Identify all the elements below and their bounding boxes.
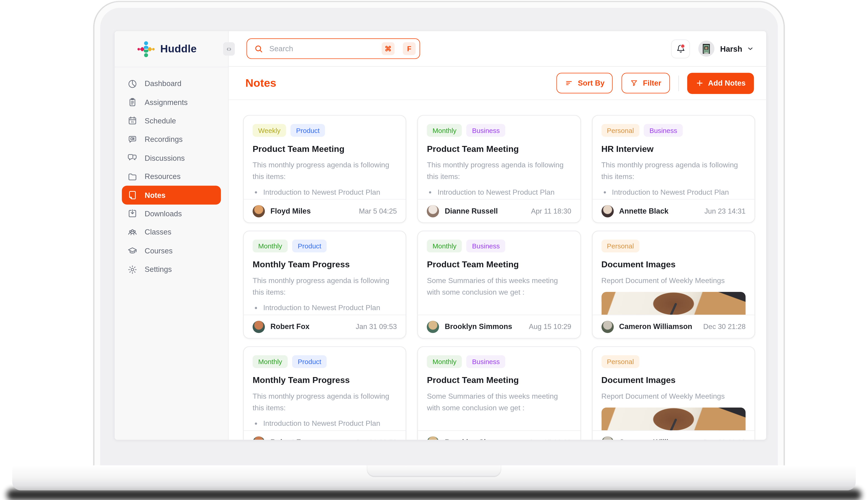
note-tags: PersonalBusiness — [601, 124, 746, 137]
sidebar-item-label: Schedule — [145, 117, 176, 125]
collapse-chevrons-icon — [225, 45, 233, 53]
note-footer: Brooklyn Simmons Aug 15 10:29 — [418, 430, 580, 440]
sidebar-item-settings[interactable]: Settings — [122, 260, 221, 279]
brand-name: Huddle — [160, 43, 197, 55]
note-tags: MonthlyBusiness — [427, 124, 571, 137]
user-avatar[interactable] — [699, 41, 715, 57]
sidebar-item-notes[interactable]: Notes — [122, 186, 221, 204]
sort-by-button[interactable]: Sort By — [557, 73, 613, 93]
note-card[interactable]: MonthlyBusiness Product Team Meeting Som… — [418, 346, 581, 440]
note-card[interactable]: MonthlyProduct Monthly Team Progress Thi… — [243, 231, 406, 339]
actions-divider — [678, 75, 678, 91]
note-title: Product Team Meeting — [427, 144, 571, 154]
sidebar-item-schedule[interactable]: 31 Schedule — [122, 112, 221, 130]
sidebar-item-label: Settings — [145, 265, 172, 274]
note-card[interactable]: MonthlyBusiness Product Team Meeting Som… — [418, 231, 581, 339]
svg-text:31: 31 — [131, 121, 134, 124]
author-avatar — [427, 321, 439, 333]
tag-personal: Personal — [601, 124, 639, 137]
tag-monthly: Monthly — [427, 124, 462, 137]
author-name: Cameron Williamson — [619, 438, 692, 440]
note-tags: MonthlyProduct — [253, 355, 397, 368]
sidebar-item-dashboard[interactable]: Dashboard — [122, 75, 221, 93]
schedule-icon: 31 — [127, 116, 137, 126]
note-tags: Personal — [601, 355, 746, 368]
note-card-body: PersonalBusiness HR Interview This month… — [592, 116, 755, 199]
note-description: Report Document of Weekly Meetings — [601, 275, 746, 286]
author-avatar — [601, 205, 614, 217]
note-card[interactable]: Personal Document Images Report Document… — [592, 231, 755, 339]
user-menu-chevron-down-icon[interactable] — [747, 45, 754, 52]
note-title: Document Images — [601, 260, 746, 270]
note-tags: Personal — [601, 240, 746, 252]
laptop-base — [12, 465, 856, 490]
note-card[interactable]: Personal Document Images Report Document… — [592, 346, 755, 440]
tag-monthly: Monthly — [253, 240, 288, 252]
note-description: Some Summaries of this weeks meeting wit… — [427, 390, 571, 414]
note-title: Product Team Meeting — [253, 144, 397, 154]
sidebar: Huddle Dashboard Assignments 31 Schedule… — [115, 31, 229, 440]
note-card-body: MonthlyBusiness Product Team Meeting Thi… — [418, 116, 580, 199]
note-footer: Floyd Miles Mar 5 04:25 — [244, 199, 405, 223]
tag-personal: Personal — [601, 240, 639, 252]
sidebar-item-label: Discussions — [145, 154, 185, 162]
notes-grid: WeeklyProduct Product Team Meeting This … — [229, 100, 766, 440]
author-name: Dianne Russell — [445, 207, 498, 215]
recordings-icon — [127, 135, 137, 145]
kbd-f-badge: F — [403, 42, 416, 55]
note-card[interactable]: WeeklyProduct Product Team Meeting This … — [243, 115, 406, 223]
note-footer: Cameron Williamson Dec 30 21:28 — [592, 430, 755, 440]
note-card[interactable]: PersonalBusiness HR Interview This month… — [592, 115, 755, 223]
sidebar-item-discussions[interactable]: Discussions — [122, 149, 221, 167]
author-avatar — [601, 436, 614, 440]
note-bullet-list: Introduction to Newest Product PlanMonth… — [601, 186, 746, 199]
author-name: Brooklyn Simmons — [445, 438, 512, 440]
user-name[interactable]: Harsh — [720, 44, 742, 53]
search-input[interactable] — [268, 44, 377, 54]
note-bullet-list: Introduction to Newest Product PlanMonth… — [253, 418, 397, 430]
document-photo — [601, 408, 746, 430]
note-description: This monthly progress agenda is followin… — [253, 275, 397, 315]
sidebar-collapse-button[interactable] — [223, 42, 235, 56]
sidebar-item-label: Assignments — [145, 98, 188, 106]
tag-business: Business — [467, 124, 505, 137]
tag-weekly: Weekly — [253, 124, 286, 137]
note-bullet: Introduction to Newest Product Plan — [263, 418, 397, 429]
note-description: This monthly progress agenda is followin… — [601, 159, 746, 199]
sidebar-item-downloads[interactable]: Downloads — [122, 204, 221, 223]
note-description: This monthly progress agenda is followin… — [427, 159, 571, 199]
note-bullet: Introduction to Newest Product Plan — [263, 186, 397, 198]
classes-icon — [127, 227, 137, 237]
note-description: This monthly progress agenda is followin… — [253, 390, 397, 430]
sidebar-item-assignments[interactable]: Assignments — [122, 93, 221, 112]
note-card[interactable]: MonthlyBusiness Product Team Meeting Thi… — [418, 115, 581, 223]
author-avatar — [427, 205, 439, 217]
sidebar-menu: Dashboard Assignments 31 Schedule Record… — [115, 67, 228, 286]
search-box[interactable]: ⌘ F — [247, 38, 420, 59]
note-timestamp: Jun 23 14:31 — [704, 207, 746, 215]
tag-personal: Personal — [601, 355, 639, 368]
note-tags: MonthlyProduct — [253, 240, 397, 252]
tag-monthly: Monthly — [427, 355, 462, 368]
note-footer: Brooklyn Simmons Aug 15 10:29 — [418, 315, 580, 338]
tag-product: Product — [292, 355, 327, 368]
note-bullet-list: Introduction to Newest Product PlanMonth… — [253, 186, 397, 199]
author-name: Cameron Williamson — [619, 322, 692, 331]
sort-icon — [565, 79, 574, 88]
add-notes-button[interactable]: Add Notes — [687, 73, 754, 94]
sidebar-item-resources[interactable]: Resources — [122, 167, 221, 186]
sidebar-item-classes[interactable]: Classes — [122, 223, 221, 241]
note-timestamp: Aug 15 10:29 — [529, 438, 571, 440]
note-title: Monthly Team Progress — [253, 260, 397, 270]
sidebar-item-recordings[interactable]: Recordings — [122, 130, 221, 149]
notifications-button[interactable] — [671, 39, 690, 58]
plus-icon — [695, 79, 704, 88]
filter-button[interactable]: Filter — [622, 73, 670, 93]
note-card[interactable]: MonthlyProduct Monthly Team Progress Thi… — [243, 346, 406, 440]
tag-business: Business — [467, 240, 505, 252]
sidebar-item-courses[interactable]: Courses — [122, 241, 221, 260]
pixel-avatar-graphic — [700, 42, 713, 55]
note-tags: MonthlyBusiness — [427, 355, 571, 368]
tag-product: Product — [292, 240, 327, 252]
note-timestamp: Mar 5 04:25 — [359, 207, 397, 215]
